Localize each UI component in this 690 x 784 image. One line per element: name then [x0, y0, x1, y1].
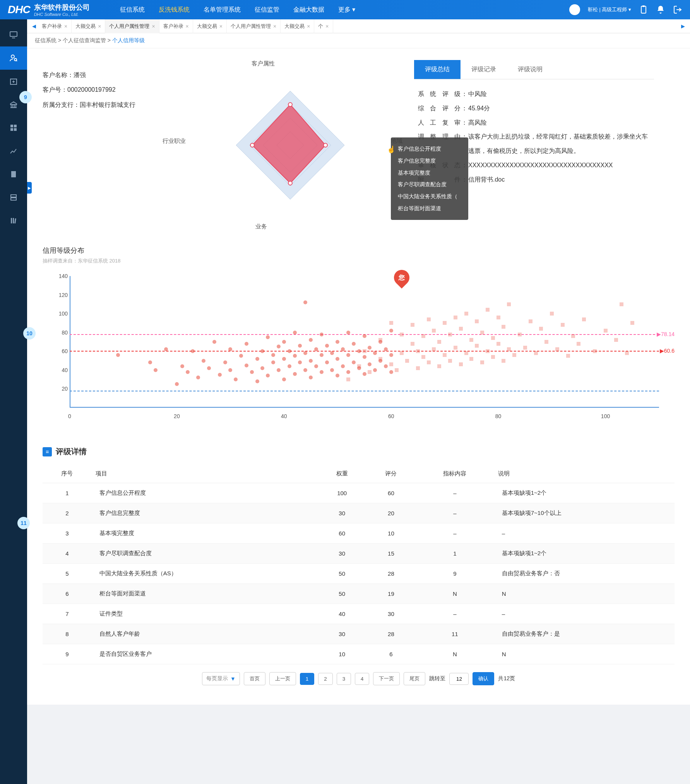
sidebar-customer[interactable] [0, 46, 27, 70]
avatar-icon[interactable] [569, 4, 580, 15]
svg-rect-7 [14, 125, 17, 127]
manual-label: 人工复审 [418, 116, 461, 130]
tab-close-icon[interactable]: × [219, 19, 223, 33]
svg-rect-0 [641, 6, 646, 13]
nav-bigdata[interactable]: 金融大数据 [286, 0, 331, 19]
rating-tab-desc[interactable]: 评级说明 [507, 60, 553, 79]
tab-close-icon[interactable]: × [325, 19, 329, 33]
nav-aml[interactable]: 反洗钱系统 [152, 0, 197, 19]
rating-tabs: 评级总结 评级记录 评级说明 [414, 60, 654, 79]
header-right: 靳松 | 高级工程师 ▾ [569, 4, 690, 15]
tab-item[interactable]: 大额交易× [281, 19, 314, 33]
svg-point-21 [288, 103, 292, 106]
detail-header: ≡ 评级详情 [43, 446, 675, 457]
scatter-chart: 20406080100120140020406080100▶78.14▶60.6… [43, 268, 675, 431]
tab-close-icon[interactable]: × [98, 19, 101, 33]
sidebar-book[interactable] [0, 163, 27, 186]
sidebar-expand-toggle[interactable]: ▶ [27, 182, 32, 194]
table-row[interactable]: 5中国大陆业务关系性质（AS）50289自由贸易业务客户：否 [43, 564, 675, 584]
tabs-scroll-right[interactable]: ▶ [679, 23, 687, 29]
table-row[interactable]: 8自然人客户年龄302811自由贸易业务客户：是 [43, 624, 675, 644]
books-icon [9, 216, 18, 225]
table-row[interactable]: 1客户信息公开程度10060–基本项缺项1~2个 [43, 483, 675, 503]
customer-id: 00020000197992 [67, 86, 116, 93]
table-row[interactable]: 3基本项完整度6010–– [43, 523, 675, 544]
user-search-icon [9, 53, 18, 63]
nav-credit[interactable]: 征信系统 [113, 0, 152, 19]
tab-item[interactable]: 个人用户属性管理× [105, 19, 159, 33]
table-row[interactable]: 2客户信息完整度3020–基本项缺项7~10个以上 [43, 503, 675, 523]
total-pages: 共12页 [498, 675, 515, 682]
sys-rating-label: 系统评级 [418, 87, 461, 101]
page-last[interactable]: 尾页 [404, 672, 425, 685]
logout-icon[interactable] [673, 5, 682, 14]
annotation-10: 10 [23, 327, 36, 340]
radar-chart: 客户属性 地域 业务 行业职业 ☝ 客户信息公开程度客户信息完整度基本项完整度客… [182, 60, 399, 234]
jump-confirm[interactable]: 确认 [473, 672, 494, 685]
page-2[interactable]: 2 [318, 673, 332, 685]
bell-icon[interactable] [656, 5, 665, 14]
user-label[interactable]: 靳松 | 高级工程师 ▾ [588, 6, 631, 13]
detail-icon: ≡ [43, 447, 52, 456]
audit-value: XXXXXXXXXXXXXXXXXXXXXXXXXXXXXXXXXXX [468, 158, 650, 173]
radar-tooltip: 客户信息公开程度客户信息完整度基本项完整度客户尽职调查配合度中国大陆业务关系性质… [391, 137, 468, 220]
tab-close-icon[interactable]: × [273, 19, 276, 33]
clipboard-icon[interactable] [639, 5, 648, 14]
page-prev[interactable]: 上一页 [269, 672, 296, 685]
page-first[interactable]: 首页 [244, 672, 265, 685]
tab-item[interactable]: 个人用户属性管理× [227, 19, 281, 33]
tabs-bar: ◀ 客户补录×大额交易×个人用户属性管理×客户补录×大额交易×个人用户属性管理×… [27, 19, 690, 33]
page-next[interactable]: 下一页 [373, 672, 400, 685]
page-4[interactable]: 4 [355, 673, 369, 685]
jump-input[interactable] [449, 673, 469, 685]
sidebar-chart[interactable] [0, 139, 27, 163]
page-1[interactable]: 1 [300, 673, 314, 685]
nav-supervision[interactable]: 征信监管 [248, 0, 286, 19]
tab-close-icon[interactable]: × [64, 19, 67, 33]
table-row[interactable]: 7证件类型4030–– [43, 604, 675, 624]
rating-tab-history[interactable]: 评级记录 [461, 60, 507, 79]
jump-label: 跳转至 [429, 675, 445, 682]
table-row[interactable]: 6柜台等面对面渠道5019NN [43, 584, 675, 604]
tab-close-icon[interactable]: × [307, 19, 310, 33]
attach-value[interactable]: 信用背书.doc [468, 173, 650, 187]
reason-value: 该客户大街上乱扔垃圾，经常闯红灯，基础素质较差，涉乘坐火车逃票，有偷税历史，所以… [468, 130, 650, 158]
svg-rect-11 [11, 195, 16, 197]
nav-list-mgmt[interactable]: 名单管理系统 [197, 0, 248, 19]
tab-item[interactable]: 大额交易× [72, 19, 105, 33]
sidebar-library[interactable] [0, 209, 27, 232]
nav-more[interactable]: 更多 ▾ [331, 0, 362, 19]
customer-name: 潘强 [74, 72, 86, 78]
breadcrumb-1[interactable]: 征信系统 [35, 37, 57, 43]
sidebar-archive[interactable] [0, 70, 27, 93]
page-3[interactable]: 3 [337, 673, 351, 685]
table-row[interactable]: 4客户尽职调查配合度30151基本项缺项1~2个 [43, 544, 675, 564]
svg-rect-14 [13, 218, 14, 223]
svg-rect-15 [14, 218, 16, 223]
manual-value: 高风险 [468, 116, 650, 130]
breadcrumb-2[interactable]: 个人征信查询监管 [63, 37, 106, 43]
svg-point-3 [11, 55, 14, 58]
svg-rect-9 [14, 128, 17, 131]
sidebar-cabinet[interactable] [0, 186, 27, 209]
per-page-select[interactable]: 每页显示 ▼ [202, 672, 240, 685]
radar-axis-bottom: 业务 [255, 223, 267, 230]
table-row[interactable]: 9是否自贸区业务客户106NN [43, 644, 675, 664]
sidebar-dashboard[interactable] [0, 23, 27, 46]
tab-item[interactable]: 客户补录× [159, 19, 193, 33]
svg-rect-1 [642, 5, 645, 7]
tab-close-icon[interactable]: × [152, 19, 155, 33]
score-label: 综合评分 [418, 101, 461, 116]
book-icon [9, 170, 18, 179]
tab-item[interactable]: 客户补录× [38, 19, 72, 33]
tab-item[interactable]: 个× [314, 19, 333, 33]
rating-tab-summary[interactable]: 评级总结 [414, 60, 461, 79]
customer-branch: 国丰村银行新城支行 [80, 101, 135, 108]
brand-logo: DHC 东华软件股份公司 DHC Software Co., Ltd. [0, 3, 98, 17]
annotation-11: 11 [17, 517, 30, 529]
sidebar-grid[interactable] [0, 116, 27, 139]
tab-item[interactable]: 大额交易× [193, 19, 227, 33]
customer-info: 客户名称：潘强 客户号：00020000197992 所属分支行：国丰村银行新城… [43, 60, 166, 112]
tab-close-icon[interactable]: × [186, 19, 189, 33]
tabs-scroll-left[interactable]: ◀ [30, 23, 38, 29]
